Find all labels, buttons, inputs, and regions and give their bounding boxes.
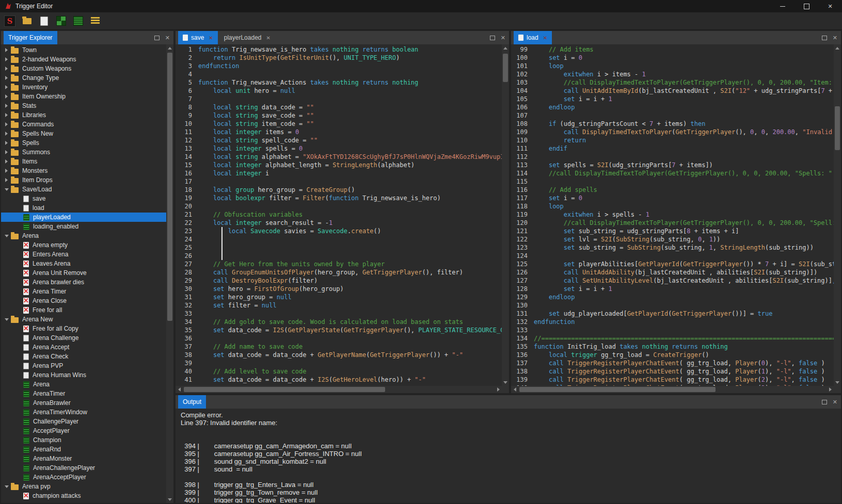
tree-item-stats[interactable]: Stats xyxy=(1,101,166,110)
tree-item-challengeplayer[interactable]: ChallengePlayer xyxy=(1,417,166,426)
tab-load[interactable]: load xyxy=(514,31,552,44)
code-line[interactable]: 38 set data_code = data_code + GetPlayer… xyxy=(176,351,502,359)
minimize-button[interactable] xyxy=(771,0,795,12)
expanded-arrow-icon[interactable] xyxy=(3,318,10,321)
float-panel-icon[interactable] xyxy=(822,400,827,404)
code-line[interactable]: 37 // Add name to save code xyxy=(176,343,502,351)
code-line[interactable]: 114 //call DisplayTimedTextToPlayer(GetT… xyxy=(511,169,834,177)
code-line[interactable]: 130 xyxy=(511,301,834,310)
close-tab-icon[interactable] xyxy=(266,35,270,41)
code-line[interactable]: 131 set udg_playerLoaded[GetPlayerId(Get… xyxy=(511,310,834,318)
code-line[interactable]: 136 local trigger gg_trg_load = CreateTr… xyxy=(511,351,834,359)
code-line[interactable]: 24 xyxy=(176,235,502,243)
tree-item-arenatimer[interactable]: ArenaTimer xyxy=(1,389,166,398)
collapsed-arrow-icon[interactable] xyxy=(3,57,10,61)
code-line[interactable]: 16 local integer i xyxy=(176,169,502,177)
scroll-up-icon[interactable] xyxy=(166,44,173,52)
explorer-vertical-scrollbar[interactable] xyxy=(166,44,173,503)
tree-item-arenamonster[interactable]: ArenaMonster xyxy=(1,454,166,463)
code-line[interactable]: 99 // Add items xyxy=(511,45,834,54)
expanded-arrow-icon[interactable] xyxy=(3,485,10,488)
code-line[interactable]: 139 call TriggerRegisterPlayerChatEvent(… xyxy=(511,376,834,384)
code-line[interactable]: 101 loop xyxy=(511,62,834,70)
tree-item-arena[interactable]: Arena xyxy=(1,380,166,389)
tree-item-items[interactable]: Items xyxy=(1,157,166,166)
code-line[interactable]: 104 call UnitAddItemById(bj_lastCreatedU… xyxy=(511,87,834,95)
code-line[interactable]: 32 set filter = null xyxy=(176,301,502,310)
close-tab-icon[interactable] xyxy=(543,35,547,41)
open-folder-icon[interactable] xyxy=(21,15,33,27)
code-line[interactable]: 112 xyxy=(511,153,834,161)
close-panel-icon[interactable] xyxy=(833,399,837,405)
code-line[interactable]: 18 local group hero_group = CreateGroup(… xyxy=(176,186,502,194)
code-line[interactable]: 40 // Add level to save code xyxy=(176,367,502,376)
tree-item-free-for-all[interactable]: Free for all xyxy=(1,305,166,315)
code-line[interactable]: 120 //call DisplayTimedTextToPlayer(GetT… xyxy=(511,219,834,227)
code-line[interactable]: 133 xyxy=(511,326,834,334)
float-panel-icon[interactable] xyxy=(822,36,827,40)
tree-item-town[interactable]: Town xyxy=(1,45,166,55)
tree-item-arena-brawler-dies[interactable]: Arena brawler dies xyxy=(1,278,166,287)
tree-item-commands[interactable]: Commands xyxy=(1,120,166,129)
tree-item-save[interactable]: save xyxy=(1,194,166,203)
close-panel-icon[interactable] xyxy=(833,35,837,41)
code-line[interactable]: 137 call TriggerRegisterPlayerChatEvent(… xyxy=(511,359,834,367)
scroll-down-icon[interactable] xyxy=(502,379,509,386)
tree-item-save-load[interactable]: Save/Load xyxy=(1,185,166,194)
tree-item-acceptplayer[interactable]: AcceptPlayer xyxy=(1,426,166,435)
tree-item-arena-new[interactable]: Arena New xyxy=(1,315,166,324)
tree-item-arenarnd[interactable]: ArenaRnd xyxy=(1,445,166,454)
collapsed-arrow-icon[interactable] xyxy=(3,94,10,99)
code-line[interactable]: 30 set hero = FirstOfGroup(hero_group) xyxy=(176,285,502,293)
code-line[interactable]: 26 xyxy=(176,252,502,260)
code-line[interactable]: 126 call UnitAddAbility(bj_lastCreatedUn… xyxy=(511,268,834,277)
code-line[interactable]: 2 return IsUnitType(GetFilterUnit(), UNI… xyxy=(176,54,502,62)
code-line[interactable]: 106 endloop xyxy=(511,103,834,111)
tree-item-arena-empty[interactable]: Arena empty xyxy=(1,240,166,250)
collapsed-arrow-icon[interactable] xyxy=(3,132,10,136)
scroll-up-icon[interactable] xyxy=(834,44,841,52)
code-line[interactable]: 107 xyxy=(511,111,834,120)
code-line[interactable]: 8 local string data_code = "" xyxy=(176,103,502,111)
code-line[interactable]: 19 local boolexpr filter = Filter(functi… xyxy=(176,194,502,202)
tree-item-arena-timer[interactable]: Arena Timer xyxy=(1,287,166,296)
code-line[interactable]: 13 local integer spells = 0 xyxy=(176,144,502,153)
code-line[interactable]: 23 local Savecode savies = Savecode.crea… xyxy=(176,227,502,235)
code-line[interactable]: 134//===================================… xyxy=(511,334,834,343)
code-line[interactable]: 124 xyxy=(511,252,834,260)
tree-item-arena-challenge[interactable]: Arena Challenge xyxy=(1,333,166,343)
tree-item-2-handed-weapons[interactable]: 2-handed Weapons xyxy=(1,55,166,64)
code-line[interactable]: 129 endloop xyxy=(511,293,834,301)
tree-item-load[interactable]: load xyxy=(1,203,166,213)
code-line[interactable]: 113 set spells = S2I(udg_stringParts[7 +… xyxy=(511,161,834,169)
scroll-up-icon[interactable] xyxy=(502,44,509,52)
tree-item-playerloaded[interactable]: playerLoaded xyxy=(1,213,166,222)
expanded-arrow-icon[interactable] xyxy=(3,235,10,237)
tree-item-arena-unit-remove[interactable]: Arena Unit Remove xyxy=(1,268,166,278)
tab-playerloaded[interactable]: playerLoaded xyxy=(219,31,275,44)
collapsed-arrow-icon[interactable] xyxy=(3,169,10,173)
code-line[interactable]: 102 exitwhen i > items - 1 xyxy=(511,70,834,78)
code-line[interactable]: 11 local integer items = 0 xyxy=(176,128,502,136)
code-line[interactable]: 128 set i = i + 1 xyxy=(511,285,834,293)
scrollbar-thumb[interactable] xyxy=(184,387,385,392)
code-line[interactable]: 109 call DisplayTimedTextToPlayer(GetTri… xyxy=(511,128,834,136)
trigger-explorer-tab[interactable]: Trigger Explorer xyxy=(4,31,57,44)
scrollbar-thumb[interactable] xyxy=(503,54,508,82)
tree-item-leaves-arena[interactable]: Leaves Arena xyxy=(1,259,166,268)
code-line[interactable]: 117 set i = 0 xyxy=(511,194,834,202)
code-line[interactable]: 34 // Add gold to save code. Wood is cal… xyxy=(176,318,502,326)
code-line[interactable]: 15 local integer alphabet_length = Strin… xyxy=(176,161,502,169)
tree-item-free-for-all-copy[interactable]: Free for all Copy xyxy=(1,324,166,333)
float-panel-icon[interactable] xyxy=(154,36,160,40)
collapsed-arrow-icon[interactable] xyxy=(3,141,10,145)
tree-item-loading-enabled[interactable]: loading_enabled xyxy=(1,222,166,231)
collapsed-arrow-icon[interactable] xyxy=(3,113,10,117)
editor-horizontal-scrollbar[interactable] xyxy=(176,386,502,393)
code-line[interactable]: 41 set data_code = data_code + I2S(GetHe… xyxy=(176,376,502,384)
close-button[interactable] xyxy=(818,0,842,12)
tree-item-inventory[interactable]: Inventory xyxy=(1,83,166,92)
code-area[interactable]: 99 // Add items100 set i = 0101 loop102 … xyxy=(511,44,834,386)
collapsed-arrow-icon[interactable] xyxy=(3,85,10,89)
code-line[interactable]: 127 call SetUnitAbilityLevel(bj_lastCrea… xyxy=(511,277,834,285)
